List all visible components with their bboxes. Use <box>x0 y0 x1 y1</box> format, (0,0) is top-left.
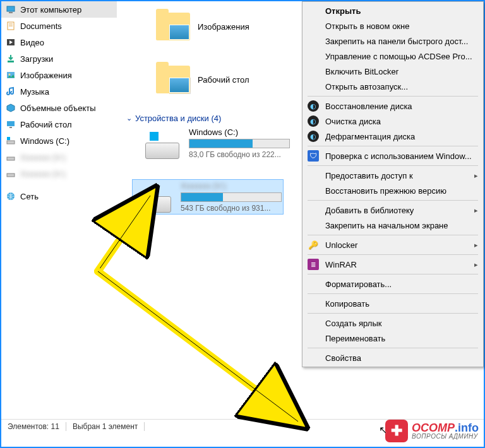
drive-v-selected[interactable]: Xxxxxxx (V:) 543 ГБ свободно из 931... <box>132 179 284 215</box>
sidebar-item-label: Documents <box>20 21 62 31</box>
context-menu-separator <box>308 313 478 314</box>
context-menu-label: Открыть автозапуск... <box>325 82 408 91</box>
context-menu-label: Восстановить прежнюю версию <box>325 186 446 196</box>
context-menu-item[interactable]: ◐Очистка диска <box>302 114 483 129</box>
sidebar-item-drive[interactable]: Xxxxxxx (V:) <box>1 165 117 182</box>
drive-windows-c[interactable]: Windows (C:) 83,0 ГБ свободно из 222... <box>142 127 290 159</box>
context-menu-label: WinRAR <box>325 260 357 269</box>
svg-rect-0 <box>7 6 15 11</box>
svg-rect-7 <box>8 61 14 62</box>
desktop-icon <box>5 119 16 130</box>
folder-pictures[interactable]: Изображения <box>156 13 249 40</box>
sidebar-item-music[interactable]: Музыка <box>1 83 117 100</box>
context-menu-item[interactable]: ◐Восстановление диска <box>302 98 483 114</box>
context-menu-item[interactable]: Предоставить доступ к <box>302 168 483 183</box>
context-menu-label: Предоставить доступ к <box>325 171 413 180</box>
drive-free-text: 83,0 ГБ свободно из 222... <box>189 150 290 159</box>
status-selected: Выбран 1 элемент <box>66 422 145 431</box>
context-menu-item[interactable]: Закрепить на начальном экране <box>302 218 483 233</box>
context-menu-item[interactable]: 🛡Проверка с использованием Window... <box>302 148 483 163</box>
folder-desktop[interactable]: Рабочий стол <box>156 66 249 93</box>
watermark-sub: ВОПРОСЫ АДМИНУ <box>412 433 479 440</box>
svg-rect-14 <box>7 137 10 140</box>
context-menu-item[interactable]: Включить BitLocker <box>302 64 483 79</box>
svg-rect-1 <box>9 12 13 13</box>
drive-icon <box>5 168 16 179</box>
sidebar-item-label: Видео <box>20 38 44 47</box>
sidebar-item-network[interactable]: Сеть <box>1 188 117 204</box>
sidebar-item-label: Изображения <box>20 71 72 80</box>
sidebar-item-drive-win[interactable]: Windows (C:) <box>1 133 117 149</box>
watermark-text1: OCOMP <box>412 421 455 434</box>
context-menu-item[interactable]: ≣WinRAR <box>302 257 483 272</box>
sidebar-item-label: Xxxxxxx (V:) <box>20 169 66 179</box>
chevron-down-icon: ⌄ <box>126 114 132 122</box>
capacity-bar <box>181 192 282 202</box>
context-menu-separator <box>308 235 478 235</box>
key-icon: 🔑 <box>308 239 319 251</box>
context-menu-item[interactable]: Свойства <box>302 350 483 365</box>
context-menu-label: Включить BitLocker <box>325 67 398 76</box>
video-icon <box>5 37 16 48</box>
context-menu-label: Закрепить на панели быстрого дост... <box>325 37 468 46</box>
download-icon <box>5 53 16 64</box>
context-menu-item[interactable]: Копировать <box>302 296 483 311</box>
sidebar-item-video[interactable]: Видео <box>1 34 117 50</box>
drive-info: Windows (C:) 83,0 ГБ свободно из 222... <box>189 127 290 159</box>
doc-icon <box>5 20 16 32</box>
shield-icon: 🛡 <box>308 150 319 162</box>
sidebar-item-drive[interactable]: Xxxxxxx (V:) <box>1 149 117 165</box>
context-menu-item[interactable]: ◐Дефрагментация диска <box>302 129 483 144</box>
folder-icon <box>156 66 190 93</box>
watermark-badge: ✚ <box>385 420 408 442</box>
context-menu-separator <box>308 165 478 166</box>
rar-icon: ≣ <box>308 259 319 270</box>
pictures-icon <box>5 69 16 81</box>
context-menu-label: Управление с помощью ACDSee Pro... <box>325 52 472 61</box>
drive-free-text: 543 ГБ свободно из 931... <box>181 204 282 213</box>
context-menu-item[interactable]: Добавить в библиотеку <box>302 203 483 218</box>
context-menu-item[interactable]: Форматировать... <box>302 276 483 292</box>
context-menu-label: Создать ярлык <box>325 319 381 328</box>
drive-info: Xxxxxxx (V:) 543 ГБ свободно из 931... <box>181 181 282 213</box>
context-menu-label: Добавить в библиотеку <box>325 206 414 215</box>
sidebar-item-doc[interactable]: Documents <box>1 18 117 34</box>
group-header-devices[interactable]: ⌄ Устройства и диски (4) <box>126 114 221 123</box>
svg-rect-16 <box>7 174 15 177</box>
context-menu: ОткрытьОткрыть в новом окнеЗакрепить на … <box>302 1 484 367</box>
drive-name: Windows (C:) <box>189 127 290 137</box>
context-menu-item[interactable]: Восстановить прежнюю версию <box>302 183 483 198</box>
context-menu-separator <box>308 200 478 201</box>
context-menu-label: Свойства <box>325 353 361 363</box>
context-menu-item[interactable]: Открыть в новом окне <box>302 18 483 33</box>
context-menu-item[interactable]: Закрепить на панели быстрого дост... <box>302 33 483 49</box>
sidebar-item-label: Загрузки <box>20 54 53 64</box>
context-menu-label: Переименовать <box>325 334 385 343</box>
sidebar-item-3d[interactable]: Объемные объекты <box>1 100 117 116</box>
context-menu-item[interactable]: Открыть <box>302 3 483 18</box>
sidebar-item-desktop[interactable]: Рабочий стол <box>1 116 117 133</box>
circle-icon: ◐ <box>308 131 319 142</box>
context-menu-separator <box>308 146 478 146</box>
hdd-icon <box>134 181 174 213</box>
context-menu-label: Восстановление диска <box>325 102 412 111</box>
3d-icon <box>5 102 16 114</box>
context-menu-label: Открыть в новом окне <box>325 21 409 31</box>
context-menu-item[interactable]: Создать ярлык <box>302 315 483 331</box>
sidebar-item-download[interactable]: Загрузки <box>1 50 117 67</box>
context-menu-item[interactable]: Открыть автозапуск... <box>302 79 483 94</box>
context-menu-label: Форматировать... <box>325 280 392 289</box>
network-icon <box>5 191 16 202</box>
sidebar-item-label: Этот компьютер <box>20 5 81 15</box>
context-menu-item[interactable]: Управление с помощью ACDSee Pro... <box>302 49 483 64</box>
music-icon <box>5 86 16 97</box>
context-menu-separator <box>308 293 478 294</box>
context-menu-item[interactable]: Переименовать <box>302 331 483 346</box>
drive-win-icon <box>5 135 16 146</box>
sidebar-item-pc[interactable]: Этот компьютер <box>1 1 117 18</box>
context-menu-separator <box>308 274 478 274</box>
sidebar-item-label: Музыка <box>20 87 49 97</box>
sidebar-item-pictures[interactable]: Изображения <box>1 67 117 83</box>
context-menu-item[interactable]: 🔑Unlocker <box>302 237 483 252</box>
sidebar-item-label: Рабочий стол <box>20 120 72 129</box>
